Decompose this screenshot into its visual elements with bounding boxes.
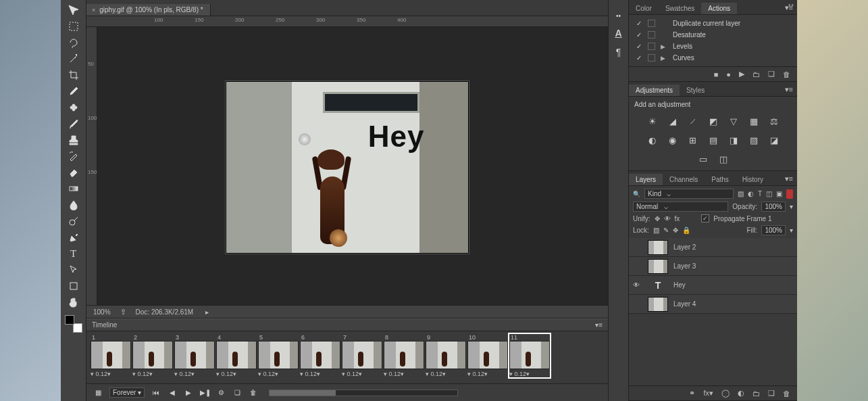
- photo-filter-icon[interactable]: ◉: [666, 134, 680, 146]
- history-brush-tool[interactable]: [66, 149, 81, 164]
- posterize-icon[interactable]: ▨: [747, 134, 761, 146]
- tab-history[interactable]: History: [736, 174, 770, 185]
- timeline-frame[interactable]: 2▾ 0.12▾: [132, 334, 173, 377]
- share-icon[interactable]: ⇪: [120, 308, 126, 316]
- timeline-frame[interactable]: 3▾ 0.12▾: [174, 334, 215, 377]
- foreground-background-colors[interactable]: [65, 315, 82, 333]
- action-item[interactable]: ✓▶Curves: [633, 52, 793, 64]
- lock-pixels-icon[interactable]: ✎: [663, 227, 669, 234]
- frame-duration[interactable]: ▾ 0.12▾: [258, 369, 299, 377]
- new-set-icon[interactable]: 🗀: [752, 70, 760, 78]
- path-select-tool[interactable]: [66, 262, 81, 277]
- tab-adjustments[interactable]: Adjustments: [629, 85, 680, 96]
- tab-styles[interactable]: Styles: [680, 85, 711, 96]
- filter-adjust-icon[interactable]: ◐: [748, 190, 754, 197]
- panel-grip-icon[interactable]: ••: [616, 12, 621, 20]
- action-dialog-toggle[interactable]: [648, 20, 655, 27]
- convert-timeline-icon[interactable]: ▦: [93, 389, 103, 396]
- play-button[interactable]: ▶: [184, 389, 193, 396]
- lasso-tool[interactable]: [66, 35, 81, 50]
- prev-frame-button[interactable]: ◀: [168, 389, 177, 396]
- timeline-frame[interactable]: 7▾ 0.12▾: [342, 334, 382, 377]
- frame-duration[interactable]: ▾ 0.12▾: [91, 369, 131, 377]
- canvas-viewport[interactable]: Hey: [97, 27, 608, 305]
- new-group-icon[interactable]: 🗀: [752, 390, 760, 398]
- exposure-icon[interactable]: ◩: [707, 115, 720, 127]
- layer-row[interactable]: Layer 3: [629, 257, 797, 276]
- bw-icon[interactable]: ◐: [646, 134, 659, 146]
- hue-icon[interactable]: ▦: [747, 115, 761, 127]
- frame-duration[interactable]: ▾ 0.12▾: [300, 369, 340, 377]
- close-tab-icon[interactable]: ×: [92, 7, 95, 14]
- action-item[interactable]: ✓▶Levels: [633, 41, 793, 52]
- color-lookup-icon[interactable]: ▤: [707, 134, 720, 146]
- layer-name[interactable]: Layer 4: [673, 300, 696, 308]
- new-fill-layer-icon[interactable]: ◐: [738, 389, 744, 398]
- opacity-menu-icon[interactable]: ▾: [790, 203, 793, 210]
- timeline-frame[interactable]: 10▾ 0.12▾: [467, 334, 508, 377]
- loop-select[interactable]: Forever ▾: [109, 387, 145, 398]
- timeline-frame[interactable]: 1▾ 0.12▾: [91, 334, 131, 377]
- zoom-display[interactable]: 100%: [93, 308, 111, 316]
- expand-icon[interactable]: ▶: [661, 55, 667, 62]
- timeline-frame[interactable]: 6▾ 0.12▾: [300, 334, 340, 377]
- brush-tool[interactable]: [66, 116, 81, 131]
- frame-duration[interactable]: ▾ 0.12▾: [384, 369, 424, 377]
- pen-tool[interactable]: [66, 230, 81, 245]
- gradient-map-icon[interactable]: ▭: [696, 153, 710, 165]
- layer-row[interactable]: 👁THey: [629, 276, 797, 295]
- play-action-icon[interactable]: ▶: [739, 70, 744, 78]
- blur-tool[interactable]: [66, 197, 81, 212]
- layer-fx-icon[interactable]: fx▾: [703, 389, 713, 398]
- timeline-scrollbar[interactable]: [269, 390, 458, 396]
- record-action-icon[interactable]: ●: [726, 70, 731, 78]
- frame-duration[interactable]: ▾ 0.12▾: [174, 369, 215, 377]
- action-toggle-icon[interactable]: ✓: [636, 20, 642, 27]
- selective-color-icon[interactable]: ◫: [717, 153, 730, 165]
- panel-grip-icon[interactable]: ••: [788, 1, 794, 9]
- filter-toggle[interactable]: [786, 189, 793, 199]
- first-frame-button[interactable]: ⏮: [151, 389, 161, 396]
- action-dialog-toggle[interactable]: [648, 43, 655, 50]
- document-tab[interactable]: × giphy.gif @ 100% (In pls, RGB/8) *: [86, 4, 211, 16]
- shape-tool[interactable]: [66, 279, 81, 293]
- eraser-tool[interactable]: [66, 165, 81, 180]
- filter-type-icon[interactable]: T: [758, 190, 762, 197]
- fill-menu-icon[interactable]: ▾: [790, 227, 793, 234]
- curves-icon[interactable]: ⟋: [686, 115, 700, 127]
- filter-pixel-icon[interactable]: ▨: [738, 190, 744, 197]
- unify-visibility-icon[interactable]: 👁: [664, 215, 671, 222]
- action-toggle-icon[interactable]: ✓: [636, 43, 642, 50]
- crop-tool[interactable]: [66, 68, 81, 82]
- ruler-horizontal[interactable]: 100 150 200 250 300 350 400: [86, 16, 608, 27]
- stamp-tool[interactable]: [66, 133, 81, 147]
- dodge-tool[interactable]: [66, 214, 81, 229]
- levels-icon[interactable]: ◢: [666, 115, 680, 127]
- new-frame-button[interactable]: ❏: [232, 389, 242, 396]
- unify-position-icon[interactable]: ✥: [655, 215, 660, 222]
- magic-wand-tool[interactable]: [66, 51, 81, 66]
- frame-duration[interactable]: ▾ 0.12▾: [132, 369, 173, 377]
- fill-input[interactable]: 100%: [761, 225, 786, 235]
- visibility-toggle[interactable]: 👁: [633, 281, 642, 289]
- expand-icon[interactable]: ▶: [661, 43, 667, 50]
- eyedropper-tool[interactable]: [66, 84, 81, 99]
- tab-layers[interactable]: Layers: [629, 174, 663, 185]
- action-item[interactable]: ✓Duplicate current layer: [633, 18, 793, 29]
- vibrance-icon[interactable]: ▽: [727, 115, 740, 127]
- lock-all-icon[interactable]: 🔒: [682, 227, 690, 234]
- brightness-icon[interactable]: ☀: [646, 115, 659, 127]
- delete-layer-icon[interactable]: 🗑: [783, 390, 790, 398]
- timeline-frame[interactable]: 9▾ 0.12▾: [426, 334, 466, 377]
- type-tool[interactable]: T: [66, 246, 81, 261]
- layer-name[interactable]: Layer 3: [673, 262, 696, 270]
- tab-channels[interactable]: Channels: [663, 174, 705, 185]
- timeline-frame[interactable]: 4▾ 0.12▾: [216, 334, 257, 377]
- frame-duration[interactable]: ▾ 0.12▾: [216, 369, 257, 377]
- lock-position-icon[interactable]: ✥: [673, 227, 678, 234]
- action-toggle-icon[interactable]: ✓: [636, 55, 642, 62]
- layer-row[interactable]: Layer 4: [629, 295, 797, 314]
- channel-mixer-icon[interactable]: ⊞: [686, 134, 700, 146]
- filter-smart-icon[interactable]: ▣: [776, 190, 782, 197]
- link-layers-icon[interactable]: ⚭: [689, 389, 695, 398]
